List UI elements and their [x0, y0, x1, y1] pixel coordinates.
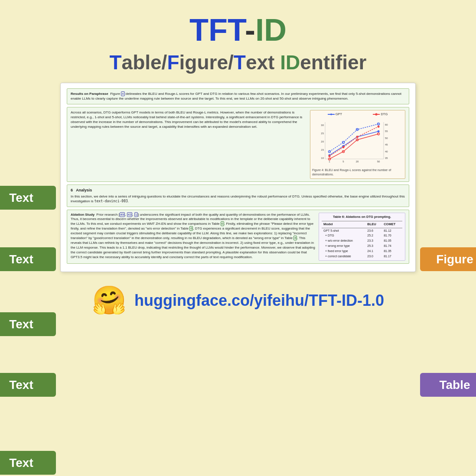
legend-gpt-label: GPT: [336, 112, 342, 117]
table-cell: 23.6: [365, 228, 382, 233]
table-row: GPT 5-shot23.681.12: [322, 228, 402, 233]
table-header-row: Model BLEU COMET: [322, 221, 402, 228]
table-row: + w/o error detection23.381.05: [322, 238, 402, 243]
chart-svg: BLEU (%) Rouge-L (%) 10 15 20: [312, 118, 403, 165]
hf-link[interactable]: huggingface.co/yifeihu/TFT-ID-1.0: [134, 291, 384, 310]
svg-text:20: 20: [321, 140, 324, 143]
subtitle-ext: ext: [246, 51, 280, 74]
table-row: + correct candidate23.081.17: [322, 254, 402, 259]
svg-text:50: 50: [377, 160, 380, 163]
section2-text-col: Across all scenarios, DTG outperforms GP…: [71, 110, 306, 179]
document-page: Results on Paraphrase Figure 4 delineate…: [60, 83, 416, 272]
table-cell: 81.05: [382, 238, 402, 243]
svg-point-37: [342, 146, 345, 148]
col-bleu: BLEU: [365, 221, 382, 228]
figure-label: Figure: [420, 247, 476, 271]
svg-text:10: 10: [321, 157, 324, 159]
svg-point-27: [378, 130, 380, 133]
section3-text: In this section, we delve into a series …: [71, 194, 405, 204]
table-cell: + correct candidate: [322, 254, 365, 259]
text-label-5: Text: [0, 451, 56, 475]
main-container: Text Text Figure Text Text Table Text Re…: [0, 83, 476, 272]
subtitle-entifier: entifier: [300, 51, 366, 74]
svg-text:15: 15: [321, 149, 324, 151]
svg-text:45: 45: [385, 143, 388, 146]
text-label-2: Text: [0, 247, 56, 271]
chart-col: GPT DTG BLEU (%) Rouge-L: [310, 110, 405, 179]
subtitle-t1: T: [109, 51, 121, 74]
ablation-text: Ablation Study Prior research [49, 43, 1…: [71, 213, 315, 260]
table-cell: 81.70: [382, 233, 402, 238]
svg-text:60: 60: [385, 123, 388, 126]
subtitle-t2: T: [234, 51, 246, 74]
title-tft: TFT: [189, 13, 245, 47]
svg-text:5: 5: [342, 160, 344, 163]
ablation-table-col: Table 6: Ablations on DTG prompting. Mod…: [319, 213, 405, 261]
col-comet: COMET: [382, 221, 402, 228]
table-caption: Table 6: Ablations on DTG prompting.: [322, 215, 402, 220]
doc-section-3: 6 Analysis In this section, we delve int…: [67, 185, 409, 207]
svg-text:1: 1: [329, 160, 330, 163]
svg-point-39: [378, 126, 380, 128]
subtitle-able: able/: [122, 51, 167, 74]
table-cell: 81.12: [382, 228, 402, 233]
table-cell: + fixed error type: [322, 249, 365, 254]
doc-section-4: Ablation Study Prior research [49, 43, 1…: [67, 210, 409, 264]
title-dash: -: [245, 13, 255, 47]
chart-caption: Figure 4: BLEU and Rouge-L scores agains…: [312, 168, 403, 177]
table-label: Table: [420, 373, 476, 397]
page-title: TFT-ID: [189, 13, 287, 47]
table-cell: 23.0: [365, 254, 382, 259]
legend-dtg-label: DTG: [381, 112, 388, 117]
section2-text: Across all scenarios, DTG outperforms GP…: [71, 110, 306, 130]
title-id: ID: [255, 13, 287, 47]
table-cell: 25.2: [365, 233, 382, 238]
svg-point-38: [356, 136, 359, 138]
subtitle-id: ID: [280, 51, 300, 74]
col-model: Model: [322, 221, 365, 228]
annotated-doc: Text Text Figure Text Text Table Text Re…: [60, 83, 416, 272]
table-row: + wrong error type25.381.74: [322, 243, 402, 249]
svg-text:50: 50: [385, 137, 388, 139]
chart-legend: GPT DTG: [312, 112, 403, 117]
section3-heading: 6 Analysis: [71, 188, 405, 193]
table-cell: GPT 5-shot: [322, 228, 365, 233]
text-label-3: Text: [0, 312, 56, 336]
table-cell: + w/o error detection: [322, 238, 365, 243]
table-row: + DTG25.281.70: [322, 233, 402, 238]
svg-point-29: [342, 141, 345, 143]
table-cell: 81.74: [382, 243, 402, 249]
table-cell: 23.3: [365, 238, 382, 243]
hf-emoji: 🤗: [92, 284, 127, 317]
svg-text:35: 35: [385, 157, 388, 159]
table-cell: 81.17: [382, 254, 402, 259]
ablation-table: Model BLEU COMET GPT 5-shot23.681.12+ DT…: [322, 221, 402, 259]
svg-text:40: 40: [385, 150, 388, 153]
table-cell: 81.35: [382, 249, 402, 254]
text-label-1: Text: [0, 186, 56, 210]
table-cell: + DTG: [322, 233, 365, 238]
svg-text:25: 25: [321, 132, 324, 135]
svg-point-36: [329, 155, 331, 157]
subtitle-igure: igure/: [179, 51, 234, 74]
section1-text: Results on Paraphrase Figure 4 delineate…: [71, 91, 405, 101]
svg-text:30: 30: [321, 124, 324, 126]
ablation-text-col: Ablation Study Prior research [49, 43, 1…: [71, 213, 315, 261]
doc-section-2: Across all scenarios, DTG outperforms GP…: [67, 107, 409, 182]
text-label-4: Text: [0, 373, 56, 397]
legend-gpt: GPT: [328, 112, 342, 117]
table-row: + fixed error type24.181.35: [322, 249, 402, 254]
svg-point-1: [330, 113, 332, 115]
table-cell: 25.3: [365, 243, 382, 249]
footer: 🤗 huggingface.co/yifeihu/TFT-ID-1.0: [92, 284, 384, 317]
svg-text:55: 55: [385, 130, 388, 133]
table-cell: 24.1: [365, 249, 382, 254]
subtitle-f: F: [167, 51, 179, 74]
doc-section-1: Results on Paraphrase Figure 4 delineate…: [67, 88, 409, 104]
subtitle: Table/Figure/Text IDentifier: [109, 51, 366, 74]
svg-text:20: 20: [356, 160, 359, 163]
table-cell: + wrong error type: [322, 243, 365, 249]
legend-dtg: DTG: [373, 112, 388, 117]
